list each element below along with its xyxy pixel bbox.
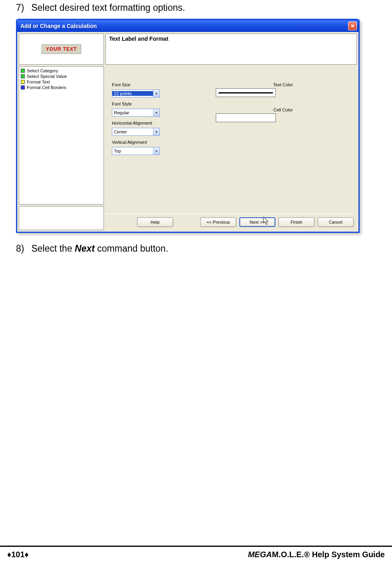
page-number: ♦101♦ [7, 550, 29, 559]
finish-button[interactable]: Finish [279, 217, 314, 227]
halign-dropdown[interactable]: Center ▼ [112, 128, 160, 136]
font-size-value: 12 points [112, 91, 153, 96]
preview-text-chip: YOUR TEXT [42, 44, 82, 54]
chevron-down-icon: ▼ [153, 109, 159, 116]
text-color-swatch[interactable] [216, 88, 276, 97]
step-7: 7) Select desired text formatting option… [16, 2, 380, 13]
halign-value: Center [112, 129, 153, 134]
cell-color-swatch[interactable] [216, 113, 276, 122]
wizard-step-label: Select Special Value [27, 74, 67, 79]
font-style-dropdown[interactable]: Regular ▼ [112, 109, 160, 117]
page-footer: ♦101♦ MEGAM.O.L.E.® Help System Guide [0, 546, 392, 559]
valign-value: Top [112, 149, 153, 153]
wizard-description-box [19, 206, 104, 230]
preview-box: YOUR TEXT [19, 34, 104, 65]
previous-button[interactable]: << Previous [200, 217, 236, 227]
font-size-dropdown[interactable]: 12 points ▼ [112, 89, 160, 97]
help-button[interactable]: Help [137, 217, 173, 227]
footer-brand-rest: M.O.L.E.® Help System Guide [272, 550, 385, 559]
wizard-step-label: Format Text [27, 79, 50, 84]
halign-label: Horizontal Alignment [112, 121, 192, 125]
square-icon [21, 74, 25, 78]
titlebar[interactable]: Add or Change a Calculation ✕ [17, 20, 358, 32]
wizard-step-select-category[interactable]: Select Category [21, 68, 102, 73]
dialog-window: Add or Change a Calculation ✕ YOUR TEXT … [16, 19, 360, 233]
square-icon [21, 80, 25, 84]
step-7-text: Select desired text formatting options. [31, 2, 185, 13]
chevron-down-icon: ▼ [153, 90, 159, 97]
square-icon [21, 69, 25, 73]
wizard-steps-list: Select Category Select Special Value For… [19, 66, 104, 205]
font-style-value: Regular [112, 110, 153, 115]
cancel-button[interactable]: Cancel [318, 217, 354, 227]
text-color-label: Text Color [216, 82, 350, 87]
close-button[interactable]: ✕ [348, 22, 357, 30]
step-7-num: 7) [16, 2, 29, 13]
font-style-label: Font Style [112, 101, 192, 106]
panel-title: Text Label and Format [105, 34, 357, 65]
form-area: Font Size 12 points ▼ Font Style Regular… [105, 65, 357, 214]
close-icon: ✕ [350, 23, 355, 29]
step-8-post: command button. [95, 243, 168, 254]
form-left-group: Font Size 12 points ▼ Font Style Regular… [112, 81, 192, 210]
dialog-body: YOUR TEXT Select Category Select Special… [17, 32, 358, 232]
font-size-label: Font Size [112, 82, 192, 87]
wizard-step-format-text[interactable]: Format Text [21, 79, 102, 85]
chevron-down-icon: ▼ [153, 147, 159, 155]
step-8-bold: Next [75, 243, 95, 254]
wizard-left-column: YOUR TEXT Select Category Select Special… [19, 34, 104, 230]
wizard-step-select-special-value[interactable]: Select Special Value [21, 73, 102, 79]
chevron-down-icon: ▼ [153, 128, 159, 135]
form-right-group: Text Color Cell Color [216, 81, 350, 210]
step-8: 8) Select the Next command button. [16, 243, 380, 254]
footer-brand: MEGAM.O.L.E.® Help System Guide [248, 550, 385, 559]
step-8-pre: Select the [31, 243, 75, 254]
button-bar: Help << Previous Next >> Finish Cancel [105, 214, 357, 230]
wizard-step-label: Select Category [27, 68, 58, 73]
wizard-step-label: Format Cell Borders [27, 85, 66, 90]
wizard-step-format-cell-borders[interactable]: Format Cell Borders [21, 85, 102, 90]
valign-label: Vertical Alignment [112, 140, 192, 145]
next-button[interactable]: Next >> [239, 217, 275, 227]
footer-brand-italic: MEGA [248, 550, 272, 559]
cell-color-label: Cell Color [216, 107, 350, 112]
titlebar-text: Add or Change a Calculation [20, 23, 348, 29]
step-8-num: 8) [16, 243, 29, 254]
valign-dropdown[interactable]: Top ▼ [112, 147, 160, 155]
wizard-right-column: Text Label and Format Font Size 12 point… [105, 34, 357, 230]
square-icon [21, 85, 25, 89]
